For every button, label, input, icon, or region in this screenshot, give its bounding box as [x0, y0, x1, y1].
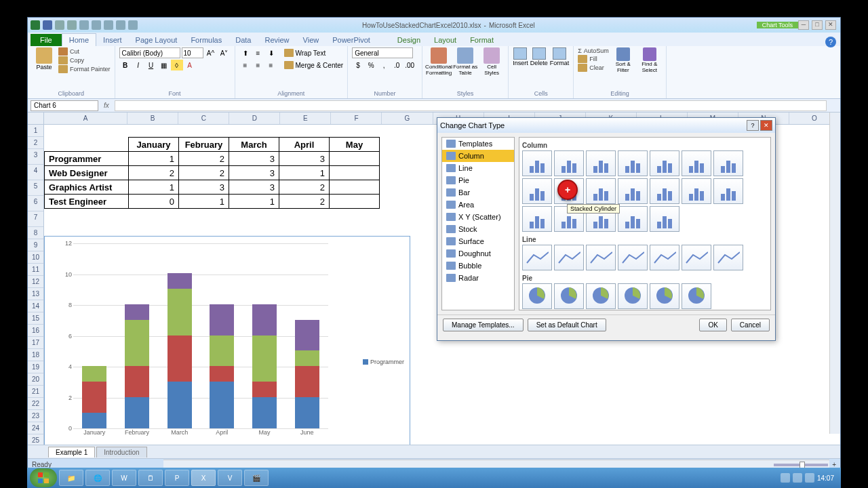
column-header[interactable]: D	[229, 113, 280, 124]
format-table-button[interactable]: Format as Table	[453, 47, 477, 76]
row-header[interactable]: 19	[28, 361, 43, 373]
chart-type-item[interactable]: Line	[442, 162, 514, 174]
start-button[interactable]	[30, 468, 57, 487]
taskbar-item[interactable]: X	[191, 470, 216, 486]
file-tab[interactable]: File	[31, 34, 62, 46]
sort-filter-button[interactable]: Sort & Filter	[611, 47, 635, 73]
set-default-button[interactable]: Set as Default Chart	[528, 319, 606, 331]
cell-styles-button[interactable]: Cell Styles	[479, 47, 504, 76]
bar-stack[interactable]	[82, 366, 106, 428]
tab-data[interactable]: Data	[229, 34, 258, 46]
open-icon[interactable]	[92, 20, 101, 30]
comma-button[interactable]: ,	[378, 60, 390, 70]
line-chart-thumb[interactable]	[682, 245, 711, 270]
pie-chart-thumb[interactable]	[650, 283, 679, 309]
help-button[interactable]: ?	[825, 37, 836, 47]
format-painter-button[interactable]: Format Painter	[58, 65, 111, 73]
bar-segment[interactable]	[167, 382, 192, 428]
undo-icon[interactable]	[55, 20, 64, 30]
column-chart-thumb[interactable]	[586, 150, 616, 176]
dialog-help-button[interactable]: ?	[747, 120, 759, 131]
chart-type-item[interactable]: Pie	[442, 174, 514, 186]
chart-type-item[interactable]: Column	[442, 150, 514, 162]
bar-segment[interactable]	[82, 382, 106, 413]
preview-icon[interactable]	[116, 20, 125, 30]
fill-button[interactable]: Fill	[578, 55, 609, 63]
font-name-input[interactable]	[119, 47, 180, 58]
bar-segment[interactable]	[125, 320, 149, 367]
row-header[interactable]: 13	[28, 288, 43, 300]
bar-segment[interactable]	[295, 366, 319, 397]
delete-cells-button[interactable]: Delete	[530, 47, 548, 66]
row-header[interactable]: 21	[28, 386, 43, 398]
column-chart-thumb[interactable]	[522, 206, 552, 232]
bar-stack[interactable]	[210, 304, 234, 428]
row-header[interactable]: 25	[28, 434, 43, 445]
sheet-tab-example1[interactable]: Example 1	[48, 447, 95, 458]
line-chart-thumb[interactable]	[650, 245, 679, 270]
row-header[interactable]: 3	[28, 149, 43, 165]
zoom-slider[interactable]	[774, 464, 828, 466]
tab-view[interactable]: View	[296, 34, 326, 46]
bar-segment[interactable]	[167, 289, 192, 336]
minimize-button[interactable]: ─	[798, 20, 809, 30]
cut-button[interactable]: Cut	[58, 47, 111, 56]
cond-format-button[interactable]: Conditional Formatting	[427, 47, 451, 76]
print-icon[interactable]	[104, 20, 113, 30]
percent-button[interactable]: %	[365, 60, 377, 70]
column-chart-thumb[interactable]	[554, 150, 584, 176]
column-header[interactable]: F	[331, 113, 382, 124]
ok-button[interactable]: OK	[699, 319, 726, 331]
tab-review[interactable]: Review	[258, 34, 296, 46]
underline-button[interactable]: U	[145, 60, 157, 70]
italic-button[interactable]: I	[132, 60, 144, 70]
row-header[interactable]: 9	[28, 239, 43, 251]
tab-layout[interactable]: Layout	[427, 34, 463, 46]
bar-segment[interactable]	[210, 382, 234, 428]
dec-decimal-button[interactable]: .00	[403, 60, 416, 70]
bold-button[interactable]: B	[119, 60, 132, 70]
row-header[interactable]: 11	[28, 264, 43, 276]
border-button[interactable]: ▦	[158, 60, 170, 70]
tray-icon[interactable]	[781, 473, 790, 483]
bar-segment[interactable]	[252, 397, 277, 428]
column-header[interactable]: C	[178, 113, 229, 124]
tab-page-layout[interactable]: Page Layout	[129, 34, 184, 46]
tab-format[interactable]: Format	[463, 34, 500, 46]
row-header[interactable]: 1	[28, 125, 43, 137]
row-header[interactable]: 8	[28, 227, 43, 239]
paste-button[interactable]: Paste	[32, 47, 56, 70]
row-header[interactable]: 14	[28, 300, 43, 312]
column-chart-thumb[interactable]	[682, 150, 711, 176]
tab-design[interactable]: Design	[391, 34, 427, 46]
row-header[interactable]: 4	[28, 165, 43, 180]
row-header[interactable]: 16	[28, 325, 43, 337]
save-icon[interactable]	[43, 20, 52, 30]
clock[interactable]: 14:07	[817, 474, 834, 482]
embedded-chart[interactable]: 024681012 JanuaryFebruaryMarchAprilMayJu…	[44, 236, 410, 445]
line-chart-thumb[interactable]	[586, 245, 616, 270]
bar-stack[interactable]	[125, 304, 149, 428]
bar-segment[interactable]	[295, 350, 319, 366]
chart-type-item[interactable]: X Y (Scatter)	[442, 211, 514, 223]
row-header[interactable]: 20	[28, 373, 43, 386]
bar-segment[interactable]	[125, 397, 149, 428]
fill-color-button[interactable]: ◊	[171, 60, 183, 70]
wrap-text-button[interactable]: Wrap Text	[284, 47, 326, 58]
chart-type-list[interactable]: TemplatesColumnLinePieBarAreaX Y (Scatte…	[441, 137, 515, 310]
column-chart-thumb[interactable]	[618, 150, 648, 176]
decrease-font-button[interactable]: A˅	[218, 47, 231, 58]
line-chart-thumb[interactable]	[522, 245, 552, 270]
windows-taskbar[interactable]: 📁 🌐 W 🗒 P X V 🎬 14:07	[27, 468, 841, 488]
row-header[interactable]: 12	[28, 276, 43, 288]
chart-type-item[interactable]: Templates	[442, 138, 514, 150]
column-header[interactable]: B	[127, 113, 178, 124]
row-header[interactable]: 22	[28, 398, 43, 410]
bar-segment[interactable]	[210, 366, 234, 382]
find-select-button[interactable]: Find & Select	[637, 47, 662, 73]
bar-segment[interactable]	[210, 336, 234, 367]
chart-type-item[interactable]: Bar	[442, 186, 514, 199]
bar-segment[interactable]	[125, 366, 149, 397]
column-chart-thumb[interactable]	[713, 178, 743, 204]
row-header[interactable]: 18	[28, 349, 43, 361]
